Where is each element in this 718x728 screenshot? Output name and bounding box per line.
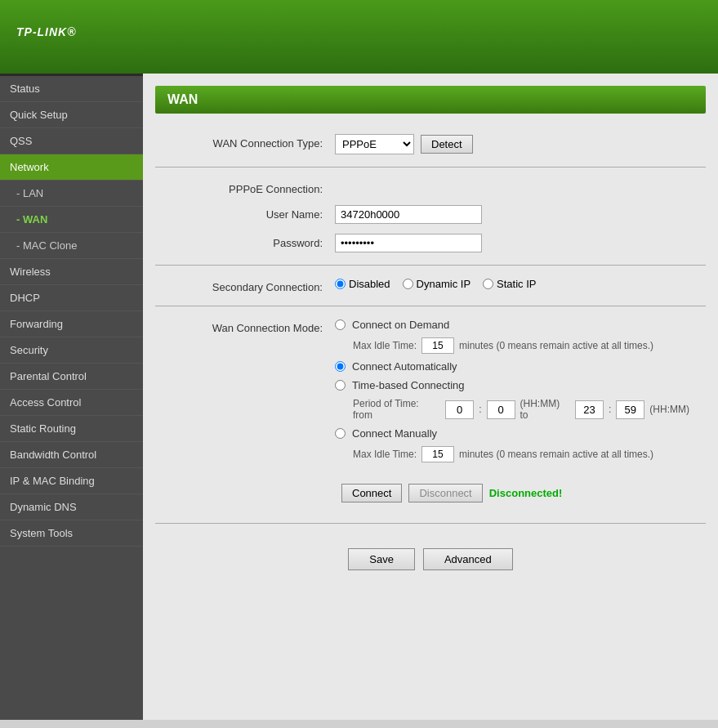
mode-on-demand-radio[interactable] [335, 319, 346, 330]
pppoe-section-row: PPPoE Connection: [155, 180, 706, 195]
secondary-disabled-radio[interactable] [335, 279, 346, 289]
pppoe-label: PPPoE Connection: [172, 180, 335, 195]
sidebar-item-qss[interactable]: QSS [0, 128, 143, 154]
logo-sup: ® [67, 25, 76, 38]
sidebar-item-bandwidth-control[interactable]: Bandwidth Control [0, 442, 143, 468]
time-to-h-input[interactable] [575, 400, 604, 419]
mode-automatically-label: Connect Automatically [352, 360, 457, 373]
max-idle-label-1: Max Idle Time: [353, 340, 417, 351]
hhmm-label-1: (HH:MM) to [520, 398, 571, 421]
mode-manually-row: Connect Manually [335, 427, 689, 440]
sidebar: StatusQuick SetupQSSNetwork- LAN- WAN- M… [0, 74, 143, 720]
detect-button[interactable]: Detect [421, 135, 473, 154]
secondary-label: Secondary Connection: [172, 278, 335, 293]
hhmm-label-2: (HH:MM) [649, 404, 689, 415]
divider-4 [155, 523, 706, 524]
connect-row: Connect Disconnect Disconnected! [155, 476, 706, 511]
bottom-buttons: Save Advanced [155, 536, 706, 583]
secondary-dynamic-option[interactable]: Dynamic IP [403, 278, 470, 290]
secondary-dynamic-radio[interactable] [403, 279, 413, 289]
header: TP-LINK® [0, 0, 718, 74]
mode-time-based-row: Time-based Connecting [335, 379, 689, 391]
time-period-row: Period of Time: from : (HH:MM) to : (HH:… [335, 398, 689, 421]
sidebar-item-security[interactable]: Security [0, 337, 143, 364]
wan-connection-type-label: WAN Connection Type: [172, 134, 335, 150]
sidebar-item-system-tools[interactable]: System Tools [0, 520, 143, 547]
divider-3 [155, 306, 706, 306]
password-row: Password: [155, 234, 706, 252]
mode-automatically-row: Connect Automatically [335, 360, 689, 373]
sidebar-item-wireless[interactable]: Wireless [0, 259, 143, 285]
secondary-disabled-option[interactable]: Disabled [335, 278, 390, 290]
sidebar-item-forwarding[interactable]: Forwarding [0, 311, 143, 337]
max-idle-demand-input[interactable] [421, 337, 454, 354]
mode-on-demand-row: Connect on Demand [335, 319, 689, 331]
sidebar-item-parental-control[interactable]: Parental Control [0, 364, 143, 390]
max-idle-unit-2: minutes (0 means remain active at all ti… [459, 449, 653, 460]
mode-on-demand-label: Connect on Demand [352, 319, 449, 331]
wan-mode-wrapper: Wan Connection Mode: Connect on Demand M… [155, 319, 706, 469]
password-control [335, 234, 482, 252]
disconnected-status: Disconnected! [489, 487, 563, 499]
content: WAN WAN Connection Type: PPPoE Dynamic I… [143, 74, 718, 720]
username-control [335, 205, 482, 224]
sidebar-item-ip-mac-binding[interactable]: IP & MAC Binding [0, 468, 143, 494]
time-from-h-input[interactable] [445, 400, 474, 419]
time-to-m-input[interactable] [616, 400, 644, 419]
wan-mode-label: Wan Connection Mode: [172, 319, 335, 334]
wan-connection-type-control: PPPoE Dynamic IP Static IP L2TP PPTP Det… [335, 134, 473, 154]
logo-text: TP-LINK [16, 25, 67, 38]
sidebar-item-dhcp[interactable]: DHCP [0, 285, 143, 311]
username-label: User Name: [172, 205, 335, 221]
mode-automatically-radio[interactable] [335, 361, 346, 372]
mode-manually-label: Connect Manually [352, 427, 437, 440]
sidebar-item-access-control[interactable]: Access Control [0, 390, 143, 416]
idle-time-manual-row: Max Idle Time: minutes (0 means remain a… [335, 446, 689, 462]
secondary-control: Disabled Dynamic IP Static IP [335, 278, 536, 290]
sidebar-item-quick-setup[interactable]: Quick Setup [0, 102, 143, 128]
sidebar-item-static-routing[interactable]: Static Routing [0, 416, 143, 442]
idle-time-demand-row: Max Idle Time: minutes (0 means remain a… [335, 337, 689, 354]
sidebar-item-mac-clone[interactable]: - MAC Clone [0, 233, 143, 259]
secondary-connection-row: Secondary Connection: Disabled Dynamic I… [155, 278, 706, 293]
wan-mode-options: Connect on Demand Max Idle Time: minutes… [335, 319, 689, 469]
secondary-static-label: Static IP [497, 278, 536, 290]
colon-2: : [609, 404, 611, 415]
mode-time-based-label: Time-based Connecting [352, 379, 465, 391]
max-idle-label-2: Max Idle Time: [353, 449, 417, 460]
sidebar-item-wan[interactable]: - WAN [0, 207, 143, 233]
sidebar-item-lan[interactable]: - LAN [0, 181, 143, 207]
sidebar-item-status[interactable]: Status [0, 76, 143, 102]
page-title: WAN [155, 86, 706, 114]
wan-connection-type-row: WAN Connection Type: PPPoE Dynamic IP St… [155, 134, 706, 154]
main-layout: StatusQuick SetupQSSNetwork- LAN- WAN- M… [0, 74, 718, 720]
max-idle-unit-1: minutes (0 means remain active at all ti… [459, 340, 653, 351]
save-button[interactable]: Save [348, 548, 415, 570]
sidebar-item-network[interactable]: Network [0, 154, 143, 181]
secondary-dynamic-label: Dynamic IP [417, 278, 470, 290]
password-input[interactable] [335, 234, 482, 252]
connect-button[interactable]: Connect [341, 484, 402, 502]
wan-connection-type-select[interactable]: PPPoE Dynamic IP Static IP L2TP PPTP [335, 134, 414, 154]
advanced-button[interactable]: Advanced [423, 548, 513, 570]
time-from-m-input[interactable] [487, 400, 515, 419]
disconnect-button[interactable]: Disconnect [408, 484, 482, 502]
max-idle-manual-input[interactable] [421, 446, 454, 462]
sidebar-item-dynamic-dns[interactable]: Dynamic DNS [0, 494, 143, 520]
period-label: Period of Time: from [353, 398, 440, 421]
logo: TP-LINK® [16, 22, 77, 52]
secondary-static-option[interactable]: Static IP [483, 278, 536, 290]
username-row: User Name: [155, 205, 706, 224]
mode-time-based-radio[interactable] [335, 380, 346, 391]
divider-1 [155, 167, 706, 167]
username-input[interactable] [335, 205, 482, 224]
password-label: Password: [172, 234, 335, 249]
divider-2 [155, 265, 706, 266]
secondary-disabled-label: Disabled [349, 278, 390, 290]
mode-manually-radio[interactable] [335, 428, 346, 439]
secondary-static-radio[interactable] [483, 279, 493, 289]
form-section: WAN Connection Type: PPPoE Dynamic IP St… [155, 126, 706, 591]
colon-1: : [479, 404, 481, 415]
